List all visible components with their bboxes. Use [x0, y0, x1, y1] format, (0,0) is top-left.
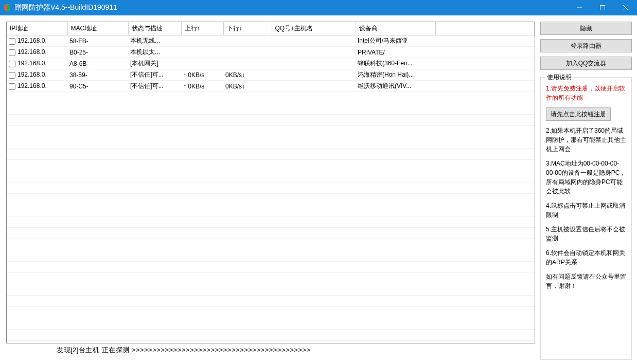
table-body: 192.168.0.58-FB-本机无线...Intel公司/马来西亚192.1… — [7, 35, 535, 92]
cell-ip[interactable]: 192.168.0. — [7, 69, 67, 81]
cell-status: [不信任]可... — [128, 69, 181, 81]
instruction-footer: 如有问题反馈请在公众号里留言，谢谢！ — [546, 272, 626, 290]
cell-mac: B0-25- — [67, 47, 128, 58]
side-panel: 隐藏 登录路由器 加入QQ交流群 使用说明 1.请先免费注册，以便开启软件的所有… — [540, 22, 632, 360]
cell-mac: 38-59- — [67, 69, 128, 81]
cell-qq — [272, 35, 356, 47]
cell-status: [本机网关] — [128, 58, 181, 69]
cell-status: [不信任]可... — [128, 81, 181, 92]
table-row[interactable]: 192.168.0.38-59-[不信任]可...↑ 0KB/s0KB/s↓鸿海… — [7, 69, 535, 81]
cell-qq — [272, 69, 356, 81]
table-header-row: IP地址 MAC地址 状态与描述 上行↑ 下行↓ QQ号+主机名 设备商 — [7, 22, 535, 35]
cell-down: 0KB/s↓ — [223, 81, 272, 92]
cell-ip[interactable]: 192.168.0. — [7, 81, 67, 92]
table-empty-area — [7, 92, 535, 343]
cell-up: ↑ 0KB/s — [181, 81, 223, 92]
cell-qq — [272, 47, 356, 58]
col-header-qq[interactable]: QQ号+主机名 — [272, 22, 356, 35]
table-row[interactable]: 192.168.0.B0-25-本机以太...PRIVATE/ — [7, 47, 535, 58]
cell-pad — [435, 58, 535, 69]
cell-up — [181, 35, 223, 47]
app-icon — [3, 4, 11, 12]
close-button[interactable] — [614, 0, 637, 15]
cell-down: 0KB/s↓ — [223, 69, 272, 81]
cell-up: ↑ 0KB/s — [181, 69, 223, 81]
cell-vendor: PRIVATE/ — [356, 47, 435, 58]
table-row[interactable]: 192.168.0.58-FB-本机无线...Intel公司/马来西亚 — [7, 35, 535, 47]
row-checkbox[interactable] — [9, 83, 15, 90]
cell-ip[interactable]: 192.168.0. — [7, 58, 67, 69]
join-qq-group-button[interactable]: 加入QQ交流群 — [540, 57, 632, 70]
window-title: 蹭网防护器V4.5--BuildID190911 — [14, 3, 568, 12]
col-header-status[interactable]: 状态与描述 — [128, 22, 181, 35]
row-checkbox[interactable] — [9, 61, 15, 67]
minimize-button[interactable] — [568, 0, 591, 15]
instruction-6: 6.软件会自动锁定本机和网关的ARP关系 — [546, 248, 626, 267]
hide-button[interactable]: 隐藏 — [540, 22, 632, 35]
statusbar: 发现[2]台主机 正在探测 >>>>>>>>>>>>>>>>>>>>>>>>>>… — [6, 343, 535, 360]
cell-mac: 58-FB- — [67, 35, 128, 47]
col-header-down[interactable]: 下行↓ — [223, 22, 272, 35]
login-router-button[interactable]: 登录路由器 — [540, 39, 632, 52]
content-area: IP地址 MAC地址 状态与描述 上行↑ 下行↓ QQ号+主机名 设备商 192… — [0, 15, 637, 364]
cell-down — [223, 35, 272, 47]
status-text: 发现[2]台主机 正在探测 >>>>>>>>>>>>>>>>>>>>>>>>>>… — [57, 346, 311, 354]
cell-qq — [272, 81, 356, 92]
cell-ip[interactable]: 192.168.0. — [7, 47, 67, 58]
col-header-vendor[interactable]: 设备商 — [356, 22, 435, 35]
device-table-wrapper: IP地址 MAC地址 状态与描述 上行↑ 下行↓ QQ号+主机名 设备商 192… — [6, 22, 535, 343]
cell-status: 本机无线... — [128, 35, 181, 47]
cell-pad — [435, 81, 535, 92]
cell-vendor: 维沃移动通讯(VIV... — [356, 81, 435, 92]
cell-down — [223, 47, 272, 58]
table-row[interactable]: 192.168.0.A8-6B-[本机网关]蜂联科技(360-Fen... — [7, 58, 535, 69]
row-checkbox[interactable] — [9, 49, 15, 56]
col-header-ip[interactable]: IP地址 — [7, 22, 67, 35]
instructions-box: 使用说明 1.请先免费注册，以便开启软件的所有功能 请先点击此按钮注册 2.如果… — [540, 77, 632, 360]
col-header-mac[interactable]: MAC地址 — [67, 22, 128, 35]
col-header-pad — [435, 22, 535, 35]
instruction-5: 5.主机被设置信任后将不会被监测 — [546, 225, 626, 243]
table-row[interactable]: 192.168.0.90-C5-[不信任]可...↑ 0KB/s0KB/s↓维沃… — [7, 81, 535, 92]
svg-rect-1 — [600, 6, 605, 10]
cell-pad — [435, 47, 535, 58]
cell-pad — [435, 69, 535, 81]
cell-pad — [435, 35, 535, 47]
cell-mac: A8-6B- — [67, 58, 128, 69]
instruction-2: 2.如果本机开启了360的局域网防护，那有可能禁止其他主机上网会 — [546, 126, 626, 154]
instruction-1: 1.请先免费注册，以便开启软件的所有功能 — [546, 84, 626, 102]
cell-vendor: 鸿海精密(Hon Hai)... — [356, 69, 435, 81]
table-panel: IP地址 MAC地址 状态与描述 上行↑ 下行↓ QQ号+主机名 设备商 192… — [6, 22, 535, 360]
cell-up — [181, 47, 223, 58]
cell-ip[interactable]: 192.168.0. — [7, 35, 67, 47]
cell-down — [223, 58, 272, 69]
window-controls — [568, 0, 637, 15]
row-checkbox[interactable] — [9, 38, 15, 45]
cell-up — [181, 58, 223, 69]
instruction-4: 4.鼠标点击可禁止上网或取消限制 — [546, 201, 626, 220]
instructions-legend: 使用说明 — [545, 73, 574, 82]
register-button[interactable]: 请先点击此按钮注册 — [546, 107, 611, 121]
row-checkbox[interactable] — [9, 72, 15, 79]
cell-vendor: 蜂联科技(360-Fen... — [356, 58, 435, 69]
cell-mac: 90-C5- — [67, 81, 128, 92]
device-table: IP地址 MAC地址 状态与描述 上行↑ 下行↓ QQ号+主机名 设备商 192… — [7, 22, 535, 92]
col-header-up[interactable]: 上行↑ — [181, 22, 223, 35]
maximize-button[interactable] — [591, 0, 614, 15]
instruction-3: 3.MAC地址为00-00-00-00-00-00的设备一般是隐身PC，所有局域… — [546, 159, 626, 196]
cell-vendor: Intel公司/马来西亚 — [356, 35, 435, 47]
cell-status: 本机以太... — [128, 47, 181, 58]
cell-qq — [272, 58, 356, 69]
titlebar: 蹭网防护器V4.5--BuildID190911 — [0, 0, 637, 15]
